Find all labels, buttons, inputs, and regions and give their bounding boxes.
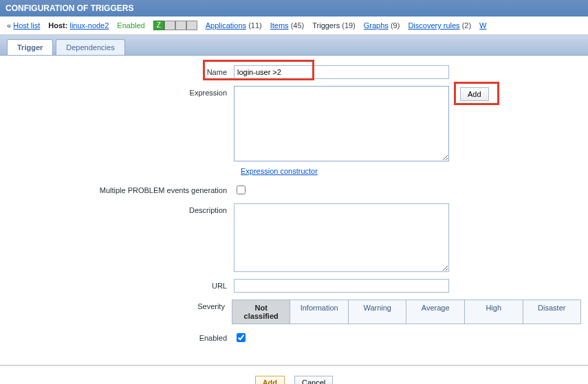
severity-not-classified[interactable]: Not classified: [232, 300, 291, 324]
add-button[interactable]: Add: [255, 376, 285, 384]
severity-information[interactable]: Information: [290, 300, 349, 324]
ipmi-icon: [186, 21, 197, 30]
jmx-icon: [175, 21, 186, 30]
expression-constructor-link[interactable]: Expression constructor: [241, 167, 318, 175]
row-multi-problem: Multiple PROBLEM events generation: [7, 183, 581, 196]
row-enabled: Enabled: [7, 331, 581, 344]
multi-problem-label: Multiple PROBLEM events generation: [7, 183, 234, 194]
discovery-link-wrap: Discovery rules (2): [408, 21, 471, 30]
tab-strip: Trigger Dependencies: [0, 35, 588, 56]
cancel-button[interactable]: Cancel: [294, 376, 333, 384]
severity-high[interactable]: High: [465, 300, 523, 324]
expression-textarea[interactable]: [234, 86, 449, 161]
severity-selector: Not classified Information Warning Avera…: [232, 300, 581, 324]
host-label: Host: linux-node2: [48, 21, 109, 30]
row-name: Name: [7, 65, 581, 79]
breadcrumb-back[interactable]: « Host list: [7, 21, 40, 30]
name-label: Name: [7, 65, 234, 76]
severity-average[interactable]: Average: [406, 300, 465, 324]
triggers-link-wrap: Triggers (19): [312, 21, 356, 30]
host-subbar: « Host list Host: linux-node2 Enabled Z …: [0, 16, 588, 35]
host-status: Enabled: [117, 21, 144, 30]
description-label: Description: [7, 203, 234, 214]
discovery-link[interactable]: Discovery rules: [408, 21, 459, 30]
trigger-form: Name Expression Add Expression construct…: [0, 56, 588, 365]
url-input[interactable]: [234, 279, 449, 293]
enabled-label: Enabled: [7, 331, 234, 342]
url-label: URL: [7, 279, 234, 290]
items-link-wrap: Items (45): [270, 21, 305, 30]
applications-link-wrap: Applications (11): [206, 21, 262, 30]
web-link[interactable]: W: [479, 21, 486, 30]
severity-disaster[interactable]: Disaster: [523, 300, 581, 324]
expression-label: Expression: [7, 86, 234, 97]
row-severity: Severity Not classified Information Warn…: [7, 300, 581, 324]
graphs-link-wrap: Graphs (9): [364, 21, 400, 30]
host-name-link[interactable]: linux-node2: [69, 21, 109, 30]
graphs-link[interactable]: Graphs: [364, 21, 389, 30]
page-title: CONFIGURATION OF TRIGGERS: [6, 3, 133, 13]
tab-dependencies[interactable]: Dependencies: [56, 39, 124, 55]
items-link[interactable]: Items: [270, 21, 289, 30]
expression-add-button[interactable]: Add: [460, 87, 489, 101]
enabled-checkbox[interactable]: [237, 333, 246, 342]
zbx-icon: Z: [153, 21, 164, 30]
row-description: Description: [7, 203, 581, 272]
form-footer: Add Cancel: [0, 365, 588, 384]
applications-link[interactable]: Applications: [206, 21, 246, 30]
name-input[interactable]: [234, 65, 449, 79]
severity-label: Severity: [7, 300, 232, 310]
severity-warning[interactable]: Warning: [349, 300, 407, 324]
row-url: URL: [7, 279, 581, 293]
snmp-icon: [164, 21, 175, 30]
triggers-label: Triggers: [312, 21, 340, 30]
description-textarea[interactable]: [234, 203, 449, 272]
row-expression: Expression Add: [7, 86, 581, 161]
hostlist-link[interactable]: Host list: [13, 21, 40, 30]
tab-trigger[interactable]: Trigger: [7, 39, 53, 55]
host-status-icons: Z: [153, 21, 197, 30]
multi-problem-checkbox[interactable]: [237, 185, 246, 194]
web-link-wrap: W: [479, 21, 486, 30]
page-header: CONFIGURATION OF TRIGGERS: [0, 0, 588, 16]
